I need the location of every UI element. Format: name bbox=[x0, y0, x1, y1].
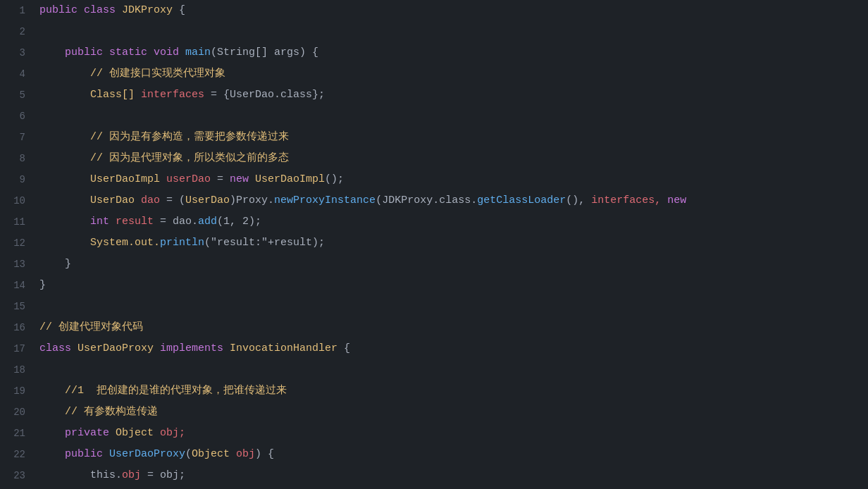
line-number: 20 bbox=[6, 402, 25, 423]
line-number: 5 bbox=[6, 85, 25, 106]
line-numbers: 1234567891011121314151617181920212223 bbox=[0, 0, 34, 489]
line-number: 6 bbox=[6, 106, 25, 127]
line-number: 23 bbox=[6, 465, 25, 486]
line-number: 19 bbox=[6, 380, 25, 402]
code-line: // 创建接口实现类代理对象 bbox=[39, 63, 868, 85]
code-line: class UserDaoProxy implements Invocation… bbox=[39, 338, 868, 359]
code-line bbox=[39, 359, 868, 380]
code-line: //1 把创建的是谁的代理对象，把谁传递过来 bbox=[39, 380, 868, 402]
line-number: 15 bbox=[6, 296, 25, 317]
code-line: public static void main(String[] args) { bbox=[39, 42, 868, 63]
code-line: public UserDaoProxy(Object obj) { bbox=[39, 444, 868, 465]
code-line: // 因为是有参构造，需要把参数传递过来 bbox=[39, 127, 868, 148]
code-line bbox=[39, 296, 868, 317]
line-number: 18 bbox=[6, 359, 25, 380]
line-number: 7 bbox=[6, 127, 25, 148]
line-number: 8 bbox=[6, 148, 25, 169]
code-line: public class JDKProxy { bbox=[39, 0, 868, 21]
code-line: Class[] interfaces = {UserDao.class}; bbox=[39, 85, 868, 106]
code-line: // 有参数构造传递 bbox=[39, 402, 868, 423]
code-line: UserDaoImpl userDao = new UserDaoImpl(); bbox=[39, 169, 868, 190]
line-number: 9 bbox=[6, 169, 25, 190]
line-number: 2 bbox=[6, 21, 25, 42]
code-editor: 1234567891011121314151617181920212223 pu… bbox=[0, 0, 868, 489]
code-line: this.obj = obj; bbox=[39, 465, 868, 486]
code-line bbox=[39, 106, 868, 127]
code-lines: public class JDKProxy { public static vo… bbox=[34, 0, 868, 489]
line-number: 17 bbox=[6, 338, 25, 359]
code-line: // 因为是代理对象，所以类似之前的多态 bbox=[39, 148, 868, 169]
code-line: // 创建代理对象代码 bbox=[39, 317, 868, 338]
line-number: 10 bbox=[6, 190, 25, 211]
line-number: 13 bbox=[6, 254, 25, 275]
code-content: 1234567891011121314151617181920212223 pu… bbox=[0, 0, 868, 489]
line-number: 14 bbox=[6, 275, 25, 296]
code-line: System.out.println("result:"+result); bbox=[39, 233, 868, 254]
code-line: } bbox=[39, 275, 868, 296]
code-line bbox=[39, 21, 868, 42]
code-line: private Object obj; bbox=[39, 423, 868, 444]
code-line: UserDao dao = (UserDao)Proxy.newProxyIns… bbox=[39, 190, 868, 211]
line-number: 12 bbox=[6, 233, 25, 254]
line-number: 1 bbox=[6, 0, 25, 21]
line-number: 21 bbox=[6, 423, 25, 444]
line-number: 3 bbox=[6, 42, 25, 63]
line-number: 4 bbox=[6, 63, 25, 85]
code-line: int result = dao.add(1, 2); bbox=[39, 211, 868, 233]
line-number: 11 bbox=[6, 211, 25, 233]
code-line: } bbox=[39, 254, 868, 275]
line-number: 16 bbox=[6, 317, 25, 338]
line-number: 22 bbox=[6, 444, 25, 465]
